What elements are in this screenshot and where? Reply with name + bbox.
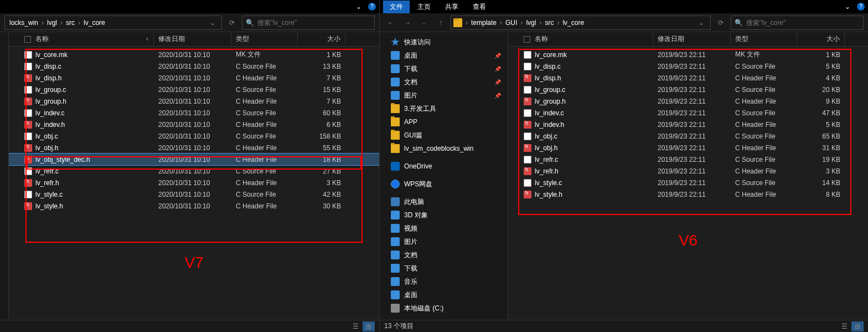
- sidebar-item[interactable]: 本地磁盘 (C:): [380, 302, 508, 315]
- file-date: 2019/9/23 22:11: [653, 156, 731, 164]
- search-input[interactable]: [746, 19, 860, 27]
- tab-view[interactable]: 查看: [466, 1, 493, 13]
- file-row[interactable]: lv_style.c2020/10/31 10:10C Source File4…: [9, 188, 379, 200]
- view-icons-icon[interactable]: ⊞: [363, 321, 375, 331]
- crumb[interactable]: src: [64, 19, 77, 27]
- file-row[interactable]: lv_indev.h2020/10/31 10:10C Header File6…: [9, 119, 379, 130]
- col-name[interactable]: 名称: [519, 32, 653, 46]
- sidebar-item[interactable]: OneDrive: [380, 160, 508, 173]
- crumb[interactable]: lvgl: [524, 19, 538, 27]
- chevron-down-icon[interactable]: ⌄: [844, 3, 851, 11]
- file-row[interactable]: lv_group.h2020/10/31 10:10C Header File7…: [9, 95, 379, 107]
- forward-icon[interactable]: →: [401, 16, 414, 29]
- sidebar-item[interactable]: 3D 对象: [380, 208, 508, 222]
- file-row[interactable]: lv_core.mk2020/10/31 10:10MK 文件1 KB: [9, 49, 379, 60]
- sidebar-item[interactable]: 快速访问: [380, 35, 508, 49]
- refresh-icon[interactable]: ⟳: [714, 19, 727, 27]
- file-row[interactable]: lv_obj_style_dec.h2020/10/31 10:10C Head…: [9, 154, 379, 165]
- file-row[interactable]: lv_group.h2019/9/23 22:11C Header File9 …: [508, 95, 868, 107]
- file-row[interactable]: lv_core.mk2019/9/23 22:11MK 文件1 KB: [508, 49, 868, 60]
- left-search[interactable]: 🔍: [242, 16, 375, 30]
- left-navtree-collapsed[interactable]: [0, 32, 9, 320]
- sidebar-item[interactable]: 文档📌: [380, 75, 508, 89]
- chevron-down-icon[interactable]: ⌄: [417, 16, 431, 29]
- file-row[interactable]: lv_obj.c2019/9/23 22:11C Source File65 K…: [508, 130, 868, 142]
- up-icon[interactable]: ↑: [434, 16, 447, 29]
- file-row[interactable]: lv_disp.h2020/10/31 10:10C Header File7 …: [9, 72, 379, 84]
- tab-home[interactable]: 主页: [411, 1, 437, 13]
- sidebar-item[interactable]: 视频: [380, 222, 508, 235]
- file-row[interactable]: lv_style.h2020/10/31 10:10C Header File3…: [9, 200, 379, 212]
- sidebar-item[interactable]: APP: [380, 115, 508, 129]
- sidebar-item[interactable]: GUI篇: [380, 129, 508, 142]
- file-row[interactable]: lv_obj.h2019/9/23 22:11C Header File31 K…: [508, 142, 868, 154]
- col-type[interactable]: 类型: [731, 32, 797, 46]
- sidebar-item[interactable]: 桌面📌: [380, 49, 508, 62]
- sidebar-item[interactable]: 下载📌: [380, 62, 508, 75]
- sidebar-item[interactable]: WPS网盘: [380, 177, 508, 191]
- file-row[interactable]: lv_obj.h2020/10/31 10:10C Header File55 …: [9, 142, 379, 154]
- file-date: 2020/10/31 10:10: [154, 86, 231, 94]
- view-details-icon[interactable]: ☰: [349, 321, 361, 331]
- col-type[interactable]: 类型: [231, 32, 298, 46]
- sidebar-item[interactable]: 下载: [380, 262, 508, 275]
- tab-share[interactable]: 共享: [438, 1, 465, 13]
- col-size[interactable]: 大小: [298, 32, 345, 46]
- crumb[interactable]: lvgl: [45, 19, 59, 27]
- sidebar-item[interactable]: 桌面: [380, 288, 508, 302]
- view-details-icon[interactable]: ☰: [838, 321, 850, 331]
- sidebar-item[interactable]: lv_sim_codeblocks_win: [380, 142, 508, 155]
- crumb[interactable]: locks_win: [7, 19, 40, 27]
- sidebar-item[interactable]: 图片: [380, 235, 508, 248]
- chevron-down-icon[interactable]: ⌄: [206, 19, 219, 27]
- file-row[interactable]: lv_style.h2019/9/23 22:11C Header File8 …: [508, 188, 868, 200]
- col-name[interactable]: 名称∧: [20, 32, 154, 46]
- view-icons-icon[interactable]: ⊞: [851, 321, 864, 331]
- col-date[interactable]: 修改日期: [154, 32, 231, 46]
- file-row[interactable]: lv_obj.c2020/10/31 10:10C Source File158…: [9, 130, 379, 142]
- tab-file[interactable]: 文件: [383, 1, 410, 13]
- crumb[interactable]: lv_core: [560, 19, 586, 27]
- file-row[interactable]: lv_refr.c2020/10/31 10:10C Source File27…: [9, 165, 379, 177]
- file-name: lv_disp.h: [35, 74, 61, 82]
- sidebar-item[interactable]: 3.开发工具: [380, 102, 508, 115]
- sidebar-item[interactable]: 图片📌: [380, 89, 508, 102]
- right-breadcrumb[interactable]: › template› GUI› lvgl› src› lv_core ⌄: [451, 16, 711, 30]
- search-input[interactable]: [257, 19, 371, 27]
- file-row[interactable]: lv_style.c2019/9/23 22:11C Source File14…: [508, 177, 868, 188]
- crumb[interactable]: template: [469, 19, 499, 27]
- crumb[interactable]: lv_core: [81, 19, 107, 27]
- chevron-down-icon[interactable]: ⌄: [695, 19, 708, 27]
- refresh-icon[interactable]: ⟳: [225, 19, 239, 27]
- file-row[interactable]: lv_refr.h2020/10/31 10:10C Header File3 …: [9, 177, 379, 188]
- file-row[interactable]: lv_indev.c2019/9/23 22:11C Source File47…: [508, 107, 868, 119]
- right-pane: 文件 主页 共享 查看 ⌄ ? ← → ⌄ ↑ › template› GUI›…: [380, 0, 868, 332]
- file-row[interactable]: lv_indev.c2020/10/31 10:10C Source File6…: [9, 107, 379, 119]
- chevron-down-icon[interactable]: ⌄: [355, 3, 363, 11]
- help-icon[interactable]: ?: [368, 3, 376, 11]
- file-type: C Header File: [731, 98, 797, 105]
- file-row[interactable]: lv_disp.c2019/9/23 22:11C Source File5 K…: [508, 60, 868, 72]
- file-row[interactable]: lv_disp.h2019/9/23 22:11C Header File4 K…: [508, 72, 868, 84]
- crumb[interactable]: GUI: [503, 19, 519, 27]
- sidebar-item-label: 快速访问: [404, 38, 431, 47]
- sidebar-item[interactable]: 此电脑: [380, 195, 508, 208]
- file-row[interactable]: lv_indev.h2019/9/23 22:11C Header File5 …: [508, 119, 868, 130]
- left-breadcrumb[interactable]: locks_win› lvgl› src› lv_core ⌄: [4, 16, 222, 30]
- file-row[interactable]: lv_refr.c2019/9/23 22:11C Source File19 …: [508, 154, 868, 165]
- col-size[interactable]: 大小: [797, 32, 845, 46]
- file-name: lv_obj_style_dec.h: [35, 156, 90, 164]
- file-row[interactable]: lv_group.c2019/9/23 22:11C Source File20…: [508, 84, 868, 95]
- back-icon[interactable]: ←: [384, 16, 397, 29]
- crumb[interactable]: src: [542, 19, 556, 27]
- right-search[interactable]: 🔍: [731, 16, 864, 30]
- file-row[interactable]: lv_disp.c2020/10/31 10:10C Source File13…: [9, 60, 379, 72]
- file-row[interactable]: lv_group.c2020/10/31 10:10C Source File1…: [9, 84, 379, 95]
- file-row[interactable]: lv_refr.h2019/9/23 22:11C Header File3 K…: [508, 165, 868, 177]
- help-icon[interactable]: ?: [857, 3, 865, 11]
- sidebar-item[interactable]: 文档: [380, 248, 508, 262]
- sidebar-item[interactable]: 音乐: [380, 275, 508, 288]
- file-icon: [24, 63, 32, 70]
- left-pane: ⌄ ? locks_win› lvgl› src› lv_core ⌄ ⟳ 🔍 …: [0, 0, 380, 332]
- col-date[interactable]: 修改日期: [653, 32, 731, 46]
